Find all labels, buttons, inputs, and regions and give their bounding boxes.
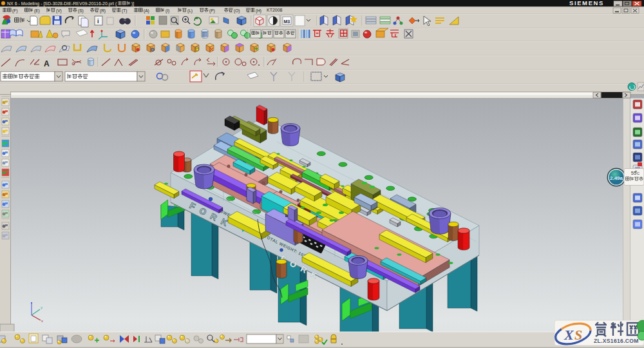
svg-text:X: X [564,327,574,343]
svg-text:ZL.XS1616.COM: ZL.XS1616.COM [594,338,639,344]
svg-text:S: S [574,327,582,343]
